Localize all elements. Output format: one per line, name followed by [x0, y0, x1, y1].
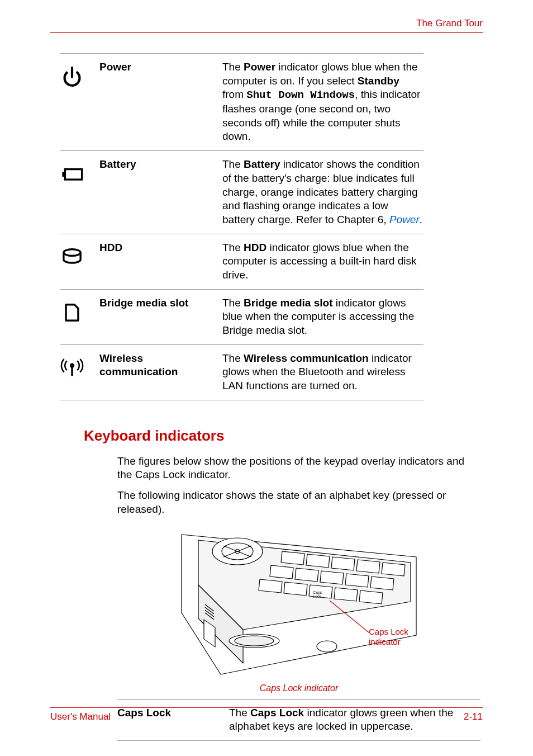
body-paragraph: The following indicator shows the state …: [117, 489, 480, 516]
svg-rect-2: [65, 169, 82, 179]
svg-point-39: [317, 641, 337, 652]
battery-icon: [60, 158, 99, 226]
svg-point-4: [64, 249, 80, 256]
svg-marker-20: [284, 582, 307, 596]
svg-marker-25: [359, 590, 383, 604]
svg-point-38: [235, 636, 274, 646]
figure-caption: Caps Lock indicator: [260, 683, 339, 693]
svg-marker-9: [281, 551, 304, 565]
indicator-description: The HDD indicator glows blue when the co…: [222, 241, 423, 282]
svg-marker-17: [345, 574, 369, 587]
indicator-label: Power: [99, 60, 222, 144]
body-paragraph: The figures below show the positions of …: [117, 455, 480, 482]
svg-marker-10: [306, 554, 330, 568]
indicator-row-bridge-media: Bridge media slot The Bridge media slot …: [60, 290, 423, 345]
figure-caps-lock: Caps Lock: [117, 523, 480, 693]
wireless-icon: [60, 352, 99, 393]
svg-marker-12: [356, 560, 380, 573]
svg-marker-14: [270, 565, 293, 579]
indicator-description: The Bridge media slot indicator glows bl…: [222, 296, 423, 338]
svg-marker-18: [370, 577, 394, 590]
page-footer: User's Manual 2-11: [50, 707, 483, 722]
chapter-title: The Grand Tour: [50, 18, 483, 33]
indicator-label: Battery: [99, 158, 222, 226]
indicator-label: Bridge media slot: [99, 296, 222, 338]
svg-text:Lock: Lock: [313, 594, 321, 598]
cross-reference-link[interactable]: Power: [389, 214, 420, 225]
indicator-table: Power The Power indicator glows blue whe…: [60, 53, 423, 400]
indicator-description: The Power indicator glows blue when the …: [222, 60, 423, 144]
indicator-label: HDD: [99, 241, 222, 282]
footer-page-number: 2-11: [464, 711, 483, 722]
indicator-row-power: Power The Power indicator glows blue whe…: [60, 53, 423, 151]
indicator-label: Wireless communication: [99, 352, 222, 393]
indicator-description: The Wireless communication indicator glo…: [222, 352, 423, 393]
hdd-icon: [60, 241, 99, 282]
svg-marker-15: [295, 568, 318, 582]
svg-marker-16: [320, 571, 344, 584]
bridge-media-icon: [60, 296, 99, 338]
footer-manual-title: User's Manual: [50, 711, 111, 722]
svg-rect-3: [62, 172, 65, 177]
callout-caps-lock-indicator: Caps Lock indicator: [369, 627, 427, 647]
svg-marker-13: [382, 563, 405, 576]
svg-marker-11: [331, 557, 355, 570]
svg-marker-19: [259, 579, 282, 593]
keyboard-illustration: Caps Lock: [170, 523, 427, 680]
power-icon: [60, 60, 99, 144]
svg-marker-24: [334, 588, 358, 601]
indicator-description: The Battery indicator shows the conditio…: [222, 158, 423, 226]
section-heading-keyboard-indicators: Keyboard indicators: [84, 427, 483, 445]
indicator-row-battery: Battery The Battery indicator shows the …: [60, 151, 423, 234]
indicator-row-hdd: HDD The HDD indicator glows blue when th…: [60, 234, 423, 290]
indicator-row-wireless: Wireless communication The Wireless comm…: [60, 345, 423, 400]
